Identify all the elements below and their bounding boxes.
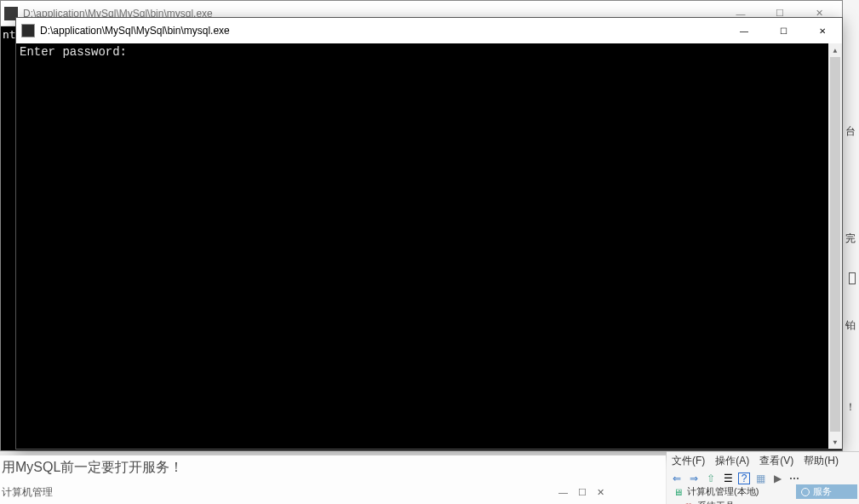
back-icon[interactable]: ⇐	[670, 472, 684, 485]
scrollbar-thumb[interactable]	[830, 57, 840, 432]
menu-view[interactable]: 查看(V)	[759, 454, 793, 468]
window-title: D:\application\MySql\MySql\bin\mysql.exe	[40, 25, 724, 37]
titlebar[interactable]: D:\application\MySql\MySql\bin\mysql.exe…	[16, 18, 842, 43]
tree-root-label: 计算机管理(本地)	[687, 485, 759, 498]
console-prompt: Enter password:	[20, 45, 127, 59]
fragment-text: 铂	[845, 318, 856, 333]
mini-window-controls: — ☐ ✕	[558, 487, 664, 498]
mini-maximize-icon[interactable]: ☐	[578, 487, 587, 498]
article-subtitle: 计算机管理	[2, 485, 558, 500]
tree-child[interactable]: 🛠 系统工具	[670, 499, 793, 504]
more-icon[interactable]: ⋯	[787, 472, 801, 485]
play-icon[interactable]: ▶	[770, 472, 784, 485]
scroll-up-icon[interactable]: ▲	[828, 43, 842, 57]
console-body[interactable]: Enter password: ▲ ▼	[16, 43, 842, 449]
window-controls: — ☐ ✕	[724, 18, 842, 43]
fragment-text: 台	[845, 124, 856, 139]
menu-file[interactable]: 文件(F)	[672, 454, 705, 468]
article-snippet: 用MySQL前一定要打开服务！ 计算机管理 — ☐ ✕	[0, 455, 666, 504]
up-icon[interactable]: ⇧	[704, 472, 718, 485]
article-text: 用MySQL前一定要打开服务！	[2, 459, 664, 477]
fragment-text: ！	[845, 400, 856, 415]
services-header[interactable]: 服务	[796, 484, 857, 499]
forward-icon[interactable]: ⇒	[687, 472, 701, 485]
tools-icon: 🛠	[682, 501, 694, 505]
close-button[interactable]: ✕	[803, 18, 842, 43]
mmc-tree: 🖥 计算机管理(本地) 🛠 系统工具	[670, 484, 793, 504]
fragment-box-icon	[849, 272, 856, 284]
mmc-menubar: 文件(F) 操作(A) 查看(V) 帮助(H)	[667, 452, 859, 470]
mmc-actions-pane: 服务	[796, 484, 857, 499]
refresh-icon[interactable]: ▦	[753, 472, 767, 485]
app-icon[interactable]	[21, 24, 35, 37]
mini-minimize-icon[interactable]: —	[558, 487, 568, 498]
fragment-text: 完	[845, 232, 856, 246]
menu-help[interactable]: 帮助(H)	[804, 454, 839, 468]
console-window: D:\application\MySql\MySql\bin\mysql.exe…	[15, 17, 843, 450]
background-text-fragment: nt	[3, 28, 16, 41]
help-icon[interactable]: ?	[738, 472, 750, 484]
vertical-scrollbar[interactable]: ▲ ▼	[828, 43, 842, 449]
services-label: 服务	[813, 485, 832, 498]
maximize-button[interactable]: ☐	[764, 18, 803, 43]
menu-action[interactable]: 操作(A)	[715, 454, 749, 468]
properties-icon[interactable]: ☰	[721, 472, 735, 485]
minimize-button[interactable]: —	[724, 18, 764, 43]
mmc-window: 文件(F) 操作(A) 查看(V) 帮助(H) ⇐ ⇒ ⇧ ☰ ? ▦ ▶ ⋯ …	[667, 451, 859, 504]
tree-child-label: 系统工具	[697, 500, 735, 504]
mini-close-icon[interactable]: ✕	[597, 487, 604, 498]
services-icon	[801, 488, 810, 496]
scroll-down-icon[interactable]: ▼	[828, 435, 842, 449]
computer-icon: 🖥	[672, 486, 684, 498]
tree-root[interactable]: 🖥 计算机管理(本地)	[670, 484, 793, 499]
